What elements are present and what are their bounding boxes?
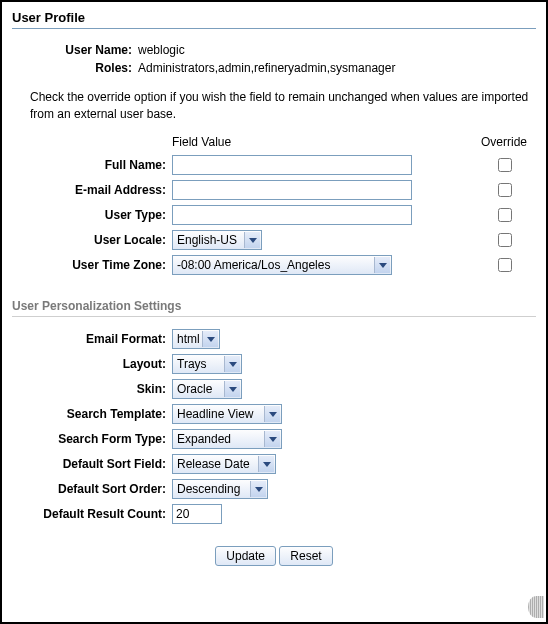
update-button[interactable]: Update	[215, 546, 276, 566]
column-header-override: Override	[472, 135, 536, 149]
chevron-down-icon	[207, 337, 215, 342]
email-label: E-mail Address:	[12, 183, 172, 197]
chevron-down-icon	[379, 263, 387, 268]
user-type-override-checkbox[interactable]	[498, 208, 512, 222]
reset-button[interactable]: Reset	[279, 546, 332, 566]
search-form-type-select-value: Expanded	[177, 432, 231, 446]
skin-select[interactable]: Oracle	[172, 379, 242, 399]
layout-label: Layout:	[12, 357, 172, 371]
full-name-input[interactable]	[172, 155, 412, 175]
user-locale-select[interactable]: English-US	[172, 230, 262, 250]
user-type-input[interactable]	[172, 205, 412, 225]
user-timezone-select-value: -08:00 America/Los_Angeles	[177, 258, 330, 272]
user-locale-label: User Locale:	[12, 233, 172, 247]
personalization-divider	[12, 316, 536, 317]
default-sort-order-select-value: Descending	[177, 482, 240, 496]
chevron-down-icon	[269, 437, 277, 442]
column-header-field-value: Field Value	[172, 135, 472, 149]
layout-select-value: Trays	[177, 357, 207, 371]
default-sort-field-label: Default Sort Field:	[12, 457, 172, 471]
chevron-down-icon	[255, 487, 263, 492]
email-input[interactable]	[172, 180, 412, 200]
personalization-section-title: User Personalization Settings	[12, 299, 536, 313]
layout-select[interactable]: Trays	[172, 354, 242, 374]
chevron-down-icon	[229, 362, 237, 367]
page-title: User Profile	[12, 10, 536, 25]
email-format-select[interactable]: html	[172, 329, 220, 349]
default-sort-order-select[interactable]: Descending	[172, 479, 268, 499]
full-name-label: Full Name:	[12, 158, 172, 172]
email-override-checkbox[interactable]	[498, 183, 512, 197]
skin-select-value: Oracle	[177, 382, 212, 396]
search-template-label: Search Template:	[12, 407, 172, 421]
search-template-select[interactable]: Headline View	[172, 404, 282, 424]
chevron-down-icon	[269, 412, 277, 417]
title-divider	[12, 28, 536, 29]
default-sort-field-select-value: Release Date	[177, 457, 250, 471]
user-timezone-override-checkbox[interactable]	[498, 258, 512, 272]
default-result-count-label: Default Result Count:	[12, 507, 172, 521]
user-locale-override-checkbox[interactable]	[498, 233, 512, 247]
user-timezone-label: User Time Zone:	[12, 258, 172, 272]
full-name-override-checkbox[interactable]	[498, 158, 512, 172]
username-label: User Name:	[12, 43, 138, 57]
email-format-label: Email Format:	[12, 332, 172, 346]
email-format-select-value: html	[177, 332, 200, 346]
search-form-type-label: Search Form Type:	[12, 432, 172, 446]
roles-label: Roles:	[12, 61, 138, 75]
username-value: weblogic	[138, 43, 536, 57]
user-locale-select-value: English-US	[177, 233, 237, 247]
search-template-select-value: Headline View	[177, 407, 254, 421]
search-form-type-select[interactable]: Expanded	[172, 429, 282, 449]
user-type-label: User Type:	[12, 208, 172, 222]
skin-label: Skin:	[12, 382, 172, 396]
user-timezone-select[interactable]: -08:00 America/Los_Angeles	[172, 255, 392, 275]
roles-value: Administrators,admin,refineryadmin,sysma…	[138, 61, 536, 75]
default-sort-field-select[interactable]: Release Date	[172, 454, 276, 474]
chevron-down-icon	[263, 462, 271, 467]
default-result-count-input[interactable]	[172, 504, 222, 524]
chevron-down-icon	[249, 238, 257, 243]
default-sort-order-label: Default Sort Order:	[12, 482, 172, 496]
chevron-down-icon	[229, 387, 237, 392]
override-instruction: Check the override option if you wish th…	[30, 89, 536, 123]
scroll-grip-icon	[528, 596, 544, 618]
